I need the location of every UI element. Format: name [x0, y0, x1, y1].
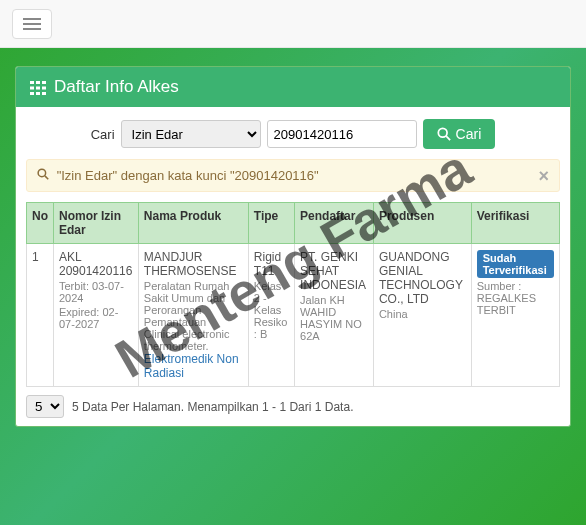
- pagination-info: 5 Data Per Halaman. Menampilkan 1 - 1 Da…: [72, 400, 353, 414]
- svg-point-9: [438, 128, 447, 137]
- pendaftar-address: Jalan KH WAHID HASYIM NO 62A: [300, 294, 368, 342]
- nomor-izin-value: AKL 20901420116: [59, 250, 132, 278]
- svg-rect-0: [30, 81, 34, 84]
- col-no: No: [27, 203, 54, 244]
- produk-name: MANDJUR THERMOSENSE: [144, 250, 237, 278]
- panel-body: Cari Izin Edar Cari "Izin Edar" dengan k…: [16, 107, 570, 426]
- cell-pendaftar: PT. GENKI SEHAT INDONESIA Jalan KH WAHID…: [295, 244, 374, 387]
- svg-rect-2: [42, 81, 46, 84]
- col-pendaftar: Pendaftar: [295, 203, 374, 244]
- pagination-bar: 5 5 Data Per Halaman. Menampilkan 1 - 1 …: [26, 395, 560, 418]
- search-alert: "Izin Edar" dengan kata kunci "209014201…: [26, 159, 560, 192]
- search-label: Cari: [91, 127, 115, 142]
- table-icon: [30, 80, 46, 94]
- data-table: No Nomor Izin Edar Nama Produk Tipe Pend…: [26, 202, 560, 387]
- cell-produsen: GUANDONG GENIAL TECHNOLOGY CO., LTD Chin…: [373, 244, 471, 387]
- svg-rect-7: [36, 92, 40, 95]
- alert-close-button[interactable]: ×: [538, 166, 549, 187]
- search-icon: [437, 127, 451, 141]
- hamburger-menu-button[interactable]: [12, 9, 52, 39]
- svg-rect-1: [36, 81, 40, 84]
- pendaftar-name: PT. GENKI SEHAT INDONESIA: [300, 250, 366, 292]
- produk-desc: Peralatan Rumah Sakit Umum dan Peroranga…: [144, 280, 243, 352]
- search-button[interactable]: Cari: [423, 119, 496, 149]
- terbit-date: Terbit: 03-07-2024: [59, 280, 133, 304]
- svg-rect-8: [42, 92, 46, 95]
- cell-verifikasi: Sudah Terverifikasi Sumber : REGALKES TE…: [471, 244, 559, 387]
- alert-text: "Izin Edar" dengan kata kunci "209014201…: [57, 168, 319, 183]
- search-field-select[interactable]: Izin Edar: [121, 120, 261, 148]
- svg-rect-5: [42, 87, 46, 90]
- info-panel: Daftar Info Alkes Cari Izin Edar Cari "I…: [15, 66, 571, 427]
- panel-title: Daftar Info Alkes: [54, 77, 179, 97]
- search-input[interactable]: [267, 120, 417, 148]
- cell-nomor-izin: AKL 20901420116 Terbit: 03-07-2024 Expir…: [54, 244, 139, 387]
- svg-line-12: [45, 176, 48, 179]
- svg-line-10: [446, 136, 450, 140]
- search-button-label: Cari: [456, 126, 482, 142]
- col-produsen: Produsen: [373, 203, 471, 244]
- table-row: 1 AKL 20901420116 Terbit: 03-07-2024 Exp…: [27, 244, 560, 387]
- tipe-value: Rigid T11: [254, 250, 281, 278]
- col-verifikasi: Verifikasi: [471, 203, 559, 244]
- svg-rect-4: [36, 87, 40, 90]
- cell-tipe: Rigid T11 Kelas 2 - Kelas Resiko : B: [248, 244, 294, 387]
- tipe-desc: Kelas 2 - Kelas Resiko : B: [254, 280, 289, 340]
- top-navbar: [0, 0, 586, 48]
- svg-point-11: [38, 169, 46, 177]
- col-tipe: Tipe: [248, 203, 294, 244]
- cell-no: 1: [27, 244, 54, 387]
- produsen-name: GUANDONG GENIAL TECHNOLOGY CO., LTD: [379, 250, 463, 306]
- produsen-country: China: [379, 308, 466, 320]
- verifikasi-sumber: Sumber : REGALKES TERBIT: [477, 280, 554, 316]
- per-page-select[interactable]: 5: [26, 395, 64, 418]
- svg-rect-3: [30, 87, 34, 90]
- cell-nama-produk: MANDJUR THERMOSENSE Peralatan Rumah Saki…: [138, 244, 248, 387]
- panel-header: Daftar Info Alkes: [16, 67, 570, 107]
- data-table-wrap: No Nomor Izin Edar Nama Produk Tipe Pend…: [26, 202, 560, 387]
- col-nama-produk: Nama Produk: [138, 203, 248, 244]
- alert-search-icon: [37, 168, 53, 183]
- col-nomor-izin: Nomor Izin Edar: [54, 203, 139, 244]
- svg-rect-6: [30, 92, 34, 95]
- search-form: Cari Izin Edar Cari: [26, 119, 560, 149]
- expired-date: Expired: 02-07-2027: [59, 306, 133, 330]
- produk-category-link[interactable]: Elektromedik Non Radiasi: [144, 352, 239, 380]
- verified-badge: Sudah Terverifikasi: [477, 250, 554, 278]
